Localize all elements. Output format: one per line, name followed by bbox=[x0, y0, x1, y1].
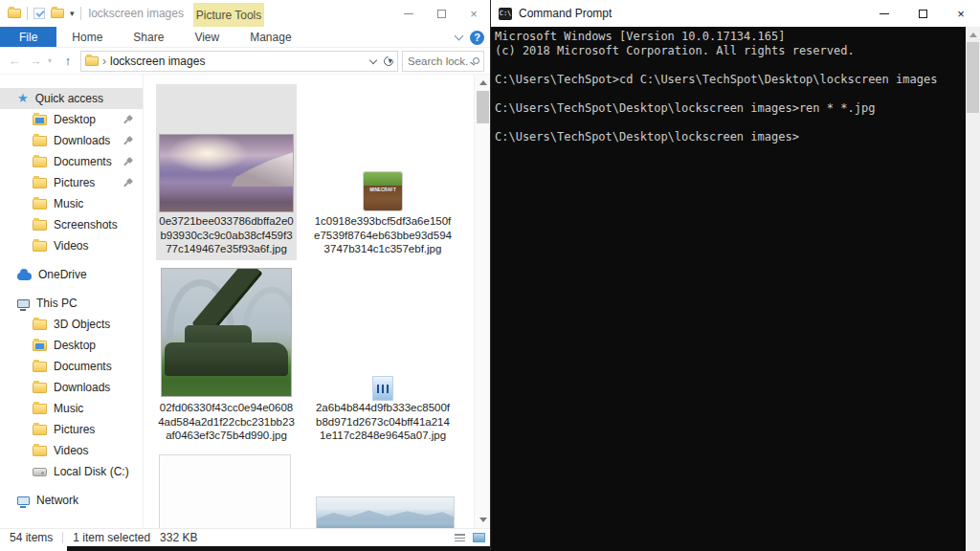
file-item[interactable]: 02fd06330f43cc0e94e0608 4ad584a2d1f22cbc… bbox=[156, 268, 297, 450]
sidebar-item-pictures-pc[interactable]: Pictures bbox=[0, 419, 143, 440]
sidebar-item-videos-pc[interactable]: Videos bbox=[0, 440, 143, 461]
sidebar-item-documents-pc[interactable]: Documents bbox=[0, 356, 143, 377]
maximize-button[interactable] bbox=[903, 0, 942, 27]
address-bar[interactable]: › lockscreen images bbox=[80, 51, 398, 72]
status-bar: 54 items 1 item selected 332 KB bbox=[0, 528, 490, 546]
help-icon[interactable]: ? bbox=[470, 31, 484, 45]
sidebar-item-local-disk-c[interactable]: Local Disk (C:) bbox=[0, 461, 143, 482]
minimize-icon bbox=[404, 13, 413, 14]
pictures-folder-icon bbox=[33, 425, 47, 435]
quick-access-toolbar: ▾ bbox=[0, 7, 81, 20]
cmd-vertical-scrollbar[interactable] bbox=[966, 27, 980, 551]
new-folder-icon[interactable] bbox=[51, 9, 64, 18]
mountain-photo-thumbnail bbox=[316, 496, 455, 528]
minecraft-thumbnail: MINECRAFT bbox=[364, 172, 402, 210]
search-input[interactable] bbox=[403, 52, 483, 71]
tab-view[interactable]: View bbox=[179, 27, 234, 47]
sidebar-item-music-pc[interactable]: Music bbox=[0, 398, 143, 419]
console-line: Microsoft Windows [Version 10.0.17134.16… bbox=[495, 30, 967, 44]
minecraft-logo-text: MINECRAFT bbox=[368, 187, 397, 192]
navigation-pane: ★ Quick access Desktop Downloads Documen… bbox=[0, 75, 144, 528]
sidebar-item-downloads[interactable]: Downloads bbox=[0, 130, 143, 151]
details-view-button[interactable] bbox=[452, 531, 467, 544]
tab-manage[interactable]: Manage bbox=[234, 27, 306, 47]
sidebar-item-quick-access[interactable]: ★ Quick access bbox=[0, 88, 143, 109]
tab-home[interactable]: Home bbox=[56, 27, 118, 47]
sidebar-item-desktop-pc[interactable]: Desktop bbox=[0, 335, 143, 356]
selection-info: 1 item selected bbox=[73, 531, 150, 544]
sidebar-item-onedrive[interactable]: OneDrive bbox=[0, 264, 143, 285]
file-item-partial[interactable] bbox=[159, 454, 291, 528]
vertical-scrollbar[interactable] bbox=[474, 75, 490, 528]
sidebar-item-music[interactable]: Music bbox=[0, 193, 143, 214]
documents-folder-icon bbox=[33, 362, 47, 372]
console-output: Microsoft Windows [Version 10.0.17134.16… bbox=[491, 27, 967, 551]
sidebar-item-this-pc[interactable]: This PC bbox=[0, 293, 143, 314]
forward-button[interactable]: → bbox=[27, 54, 44, 68]
address-dropdown-icon[interactable] bbox=[369, 55, 377, 63]
close-button[interactable]: × bbox=[457, 0, 490, 27]
desktop-folder-icon bbox=[33, 115, 47, 125]
customize-toolbar-dropdown-icon[interactable]: ▾ bbox=[70, 9, 75, 18]
maximize-icon bbox=[437, 10, 446, 18]
console-line: C:\Users\TechSpot\Desktop\lockscreen ima… bbox=[495, 130, 967, 144]
thumbnails-view-button[interactable] bbox=[471, 531, 486, 544]
maximize-button[interactable] bbox=[425, 0, 457, 27]
tank-artwork-thumbnail bbox=[161, 268, 292, 397]
downloads-folder-icon bbox=[33, 136, 47, 146]
minimize-button[interactable] bbox=[392, 0, 425, 27]
breadcrumb-separator: › bbox=[102, 55, 106, 68]
file-item[interactable]: 2a6b4b844d9fb333ec8500f b8d971d2673c04bf… bbox=[311, 268, 455, 450]
sidebar-item-screenshots[interactable]: Screenshots bbox=[0, 214, 143, 235]
refresh-icon[interactable] bbox=[382, 54, 395, 67]
computer-icon bbox=[17, 299, 30, 308]
sidebar-item-documents[interactable]: Documents bbox=[0, 151, 143, 172]
pin-icon bbox=[122, 115, 133, 125]
file-item-partial[interactable] bbox=[316, 496, 455, 528]
scrollbar-thumb[interactable] bbox=[477, 91, 489, 123]
sidebar-item-network[interactable]: Network bbox=[0, 490, 143, 511]
file-name: 02fd06330f43cc0e94e0608 4ad584a2d1f22cbc… bbox=[152, 401, 301, 443]
sidebar-item-pictures[interactable]: Pictures bbox=[0, 172, 143, 193]
file-name: 0e3721bee033786dbffa2e0 b93930c3c9c0ab38… bbox=[152, 214, 301, 256]
pictures-folder-icon bbox=[33, 178, 47, 188]
music-folder-icon bbox=[33, 199, 47, 209]
purple-beach-photo-thumbnail bbox=[159, 134, 294, 212]
file-item[interactable]: MINECRAFT 1c0918e393bcf5df3a6e150f e7539… bbox=[311, 84, 455, 260]
sidebar-item-desktop[interactable]: Desktop bbox=[0, 109, 143, 130]
screenshots-folder-icon bbox=[33, 220, 47, 231]
command-prompt-window: C:\ Command Prompt × Microsoft Windows [… bbox=[490, 0, 980, 551]
close-button[interactable]: × bbox=[942, 0, 980, 27]
picture-tools-contextual-tab[interactable]: Picture Tools bbox=[193, 3, 264, 27]
tab-file[interactable]: File bbox=[0, 27, 56, 47]
downloads-folder-icon bbox=[33, 383, 47, 393]
tab-share[interactable]: Share bbox=[118, 27, 179, 47]
sidebar-item-videos[interactable]: Videos bbox=[0, 235, 143, 256]
small-blue-image-thumbnail bbox=[372, 376, 393, 401]
minimize-button[interactable] bbox=[865, 0, 903, 27]
breadcrumb[interactable]: lockscreen images bbox=[110, 55, 205, 68]
scroll-up-icon[interactable] bbox=[475, 75, 491, 91]
pin-icon bbox=[122, 178, 133, 188]
scroll-up-icon[interactable] bbox=[966, 27, 980, 43]
scroll-down-icon[interactable] bbox=[475, 512, 491, 528]
sidebar-item-3d-objects[interactable]: 3D Objects bbox=[0, 314, 143, 335]
window-controls: × bbox=[392, 0, 490, 27]
divider bbox=[80, 7, 81, 20]
properties-icon[interactable] bbox=[33, 8, 45, 19]
console-line: C:\Users\TechSpot>cd C:\Users\TechSpot\D… bbox=[495, 73, 967, 87]
star-icon: ★ bbox=[17, 93, 29, 104]
scrollbar-thumb[interactable] bbox=[967, 42, 979, 113]
onedrive-cloud-icon bbox=[17, 273, 32, 280]
cmd-titlebar: C:\ Command Prompt × bbox=[491, 0, 980, 27]
music-folder-icon bbox=[33, 404, 47, 414]
up-button[interactable]: ↑ bbox=[59, 54, 77, 68]
close-icon: × bbox=[470, 7, 478, 21]
minimize-ribbon-icon[interactable] bbox=[455, 32, 464, 41]
sidebar-item-downloads-pc[interactable]: Downloads bbox=[0, 377, 143, 398]
recent-locations-dropdown-icon[interactable]: ▾ bbox=[48, 56, 56, 65]
file-item-selected[interactable]: 0e3721bee033786dbffa2e0 b93930c3c9c0ab38… bbox=[156, 84, 297, 260]
divider bbox=[62, 532, 63, 543]
videos-folder-icon bbox=[33, 446, 47, 456]
back-button[interactable]: ← bbox=[6, 54, 23, 68]
